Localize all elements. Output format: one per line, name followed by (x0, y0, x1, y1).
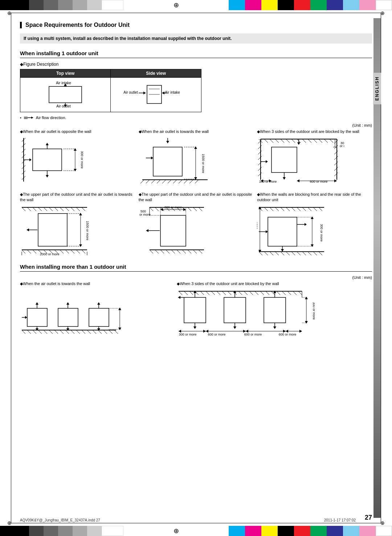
svg-line-286 (222, 291, 226, 295)
svg-line-44 (151, 180, 155, 183)
svg-marker-34 (46, 175, 49, 178)
svg-line-206 (270, 252, 273, 255)
svg-rect-177 (160, 215, 186, 246)
svg-line-83 (258, 156, 262, 160)
svg-line-212 (302, 252, 306, 255)
svg-line-197 (291, 207, 295, 211)
svg-line-163 (188, 207, 191, 211)
svg-line-283 (206, 291, 209, 295)
side-view-diagram: Air outlet Air intake (120, 80, 192, 109)
svg-text:300 or more: 300 or more (179, 333, 197, 336)
svg-marker-317 (273, 326, 276, 329)
svg-marker-62 (194, 177, 197, 180)
svg-rect-143 (38, 214, 67, 246)
diagram-3-label: ◆When 3 sides of the outdoor unit are bl… (257, 129, 372, 134)
svg-line-126 (65, 207, 69, 211)
svg-line-242 (54, 330, 58, 334)
fig-table-header-side: Side view (111, 69, 201, 78)
svg-line-251 (103, 330, 107, 334)
svg-marker-303 (178, 296, 180, 299)
svg-line-85 (258, 167, 262, 171)
svg-marker-275 (118, 328, 121, 330)
svg-marker-312 (233, 326, 236, 329)
svg-marker-261 (66, 302, 69, 305)
svg-line-285 (217, 291, 220, 295)
page-number: 27 (365, 514, 372, 521)
svg-rect-308 (224, 297, 246, 323)
svg-line-173 (182, 250, 186, 253)
svg-line-236 (22, 330, 25, 334)
svg-line-211 (297, 252, 301, 255)
svg-line-67 (270, 139, 273, 143)
color-bar-top: ⊕ (0, 0, 392, 10)
svg-marker-15 (162, 92, 164, 94)
svg-line-124 (54, 207, 58, 211)
svg-rect-16 (24, 117, 28, 119)
svg-line-292 (255, 291, 258, 295)
svg-line-175 (193, 250, 197, 253)
svg-line-91 (334, 156, 338, 160)
svg-marker-331 (179, 330, 181, 333)
svg-line-74 (308, 139, 311, 143)
diagram-4-label: ◆The upper part of the outdoor unit and … (20, 192, 135, 202)
reg-mark-br: ⊕ (380, 520, 385, 526)
svg-line-294 (266, 291, 269, 295)
diagram-4-svg: 1500 or more 2000 or more (20, 204, 93, 255)
svg-line-84 (258, 162, 262, 165)
svg-line-208 (281, 252, 284, 255)
svg-line-129 (82, 207, 85, 211)
svg-line-204 (259, 252, 262, 255)
svg-marker-338 (283, 330, 286, 333)
svg-line-196 (286, 207, 290, 211)
svg-marker-270 (25, 316, 27, 319)
svg-text:Air outlet: Air outlet (56, 104, 71, 108)
svg-line-278 (179, 291, 182, 295)
svg-line-245 (71, 330, 74, 334)
svg-marker-274 (118, 308, 121, 310)
svg-text:Air intake: Air intake (165, 90, 180, 94)
diagram-1-svg: 300 or more (20, 136, 93, 183)
svg-marker-179 (146, 229, 148, 232)
svg-line-125 (60, 207, 64, 211)
svg-line-176 (199, 250, 202, 253)
svg-line-49 (179, 180, 182, 183)
svg-line-71 (291, 139, 295, 143)
svg-line-86 (258, 172, 262, 176)
svg-marker-341 (299, 330, 302, 333)
svg-line-42 (140, 180, 144, 183)
diagrams-row-1: ◆When the air outlet is opposite the wal… (20, 129, 372, 184)
svg-line-127 (71, 207, 74, 211)
notice-box: If using a multi system, install as desc… (20, 33, 372, 44)
svg-line-46 (162, 180, 166, 183)
svg-line-139 (65, 250, 69, 253)
svg-line-300 (298, 291, 302, 295)
svg-marker-335 (243, 330, 246, 333)
svg-rect-99 (271, 147, 297, 172)
svg-line-207 (275, 252, 279, 255)
diagram-3: ◆When 3 sides of the outdoor unit are bl… (257, 129, 372, 184)
svg-line-241 (49, 330, 53, 334)
svg-line-68 (275, 139, 279, 143)
svg-line-287 (228, 291, 231, 295)
svg-line-250 (98, 330, 102, 334)
section-title: Space Requirements for Outdoor Unit (20, 22, 372, 28)
svg-line-168 (155, 250, 159, 253)
main-content: Space Requirements for Outdoor Unit If u… (20, 18, 372, 518)
svg-line-293 (260, 291, 264, 295)
svg-marker-9 (143, 92, 146, 94)
diagrams-row-2: ◆The upper part of the outdoor unit and … (20, 192, 372, 256)
svg-marker-256 (36, 302, 38, 305)
reg-mark-tr: ⊕ (380, 10, 385, 16)
svg-marker-101 (283, 177, 286, 180)
svg-line-237 (27, 330, 31, 334)
svg-line-240 (44, 330, 47, 334)
svg-text:Air outlet: Air outlet (123, 90, 138, 94)
svg-line-156 (150, 207, 153, 211)
footer-file: AQV09K&Y@_Jungfrau_IBIM_E_32437A.indd 27 (20, 518, 100, 522)
color-bar-bottom: ⊕ (0, 526, 392, 536)
svg-marker-32 (46, 143, 49, 145)
diagram-2: ◆When the air outlet is towards the wall (139, 129, 254, 184)
svg-line-170 (166, 250, 170, 253)
svg-text:or more: or more (340, 144, 344, 148)
svg-line-47 (168, 180, 171, 183)
